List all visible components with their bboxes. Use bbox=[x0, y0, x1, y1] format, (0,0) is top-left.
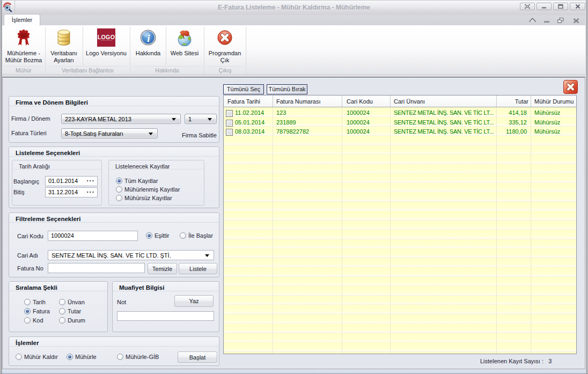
svg-text:LOGO: LOGO bbox=[98, 34, 115, 40]
svg-text:i: i bbox=[147, 33, 150, 44]
